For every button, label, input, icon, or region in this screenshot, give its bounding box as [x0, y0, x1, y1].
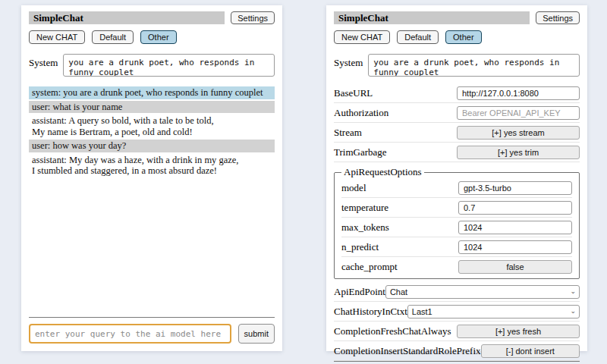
max-tokens-label: max_tokens [341, 221, 458, 234]
settings-panel: SimpleChat Settings New CHAT Default Oth… [326, 5, 587, 351]
header: SimpleChat Settings [29, 11, 275, 24]
stream-toggle-button[interactable]: [+] yes stream [457, 126, 580, 140]
chat-history-in-ctxt-select[interactable]: Last1 [407, 305, 580, 318]
setting-row-temperature: temperature [341, 198, 572, 218]
completion-insert-standard-role-prefix-label: CompletionInsertStandardRolePrefix [334, 345, 481, 357]
system-label: System [29, 54, 58, 69]
app-title: SimpleChat [29, 11, 225, 24]
setting-row-completion-insert-standard-role-prefix: CompletionInsertStandardRolePrefix [-] d… [334, 341, 580, 361]
temperature-input[interactable] [458, 201, 572, 215]
system-prompt-row: System you are a drunk poet, who respond… [334, 54, 580, 77]
chat-message-user: user: what is your name [29, 101, 275, 114]
setting-row-n-predict: n_predict [341, 237, 572, 257]
authorization-label: Authorization [334, 107, 457, 119]
authorization-input[interactable] [457, 106, 580, 120]
system-label: System [334, 54, 363, 69]
setting-row-baseurl: BaseURL [334, 83, 580, 103]
cache-prompt-toggle-button[interactable]: false [458, 260, 572, 274]
setting-row-model: model [341, 178, 572, 198]
setting-row-authorization: Authorization [334, 103, 580, 123]
model-input[interactable] [458, 181, 572, 195]
stream-label: Stream [334, 127, 457, 139]
system-prompt-row: System you are a drunk poet, who respond… [29, 54, 275, 77]
completion-fresh-chat-always-label: CompletionFreshChatAlways [334, 325, 457, 337]
baseurl-label: BaseURL [334, 87, 457, 99]
settings-list: BaseURL Authorization Stream [+] yes str… [334, 83, 580, 361]
baseurl-input[interactable] [457, 86, 580, 100]
session-button-other[interactable]: Other [445, 30, 482, 44]
session-toolbar: New CHAT Default Other [29, 30, 275, 44]
chat-history-in-ctxt-label: ChatHistoryInCtxt [334, 306, 407, 318]
completion-fresh-chat-always-toggle-button[interactable]: [+] yes fresh [457, 325, 580, 338]
query-divider [334, 361, 580, 362]
trimgarbage-toggle-button[interactable]: [+] yes trim [457, 146, 580, 159]
new-chat-button[interactable]: New CHAT [334, 30, 390, 44]
session-button-default[interactable]: Default [92, 30, 134, 44]
app-title: SimpleChat [334, 11, 530, 24]
settings-button[interactable]: Settings [536, 11, 580, 24]
setting-row-trimgarbage: TrimGarbage [+] yes trim [334, 143, 580, 162]
api-endpoint-select[interactable]: Chat [385, 285, 580, 299]
max-tokens-input[interactable] [458, 221, 572, 234]
chat-message-assistant: assistant: My day was a haze, with a dri… [29, 154, 275, 177]
temperature-label: temperature [341, 202, 458, 214]
model-label: model [341, 182, 458, 194]
n-predict-input[interactable] [458, 240, 572, 254]
session-button-other[interactable]: Other [140, 30, 177, 44]
trimgarbage-label: TrimGarbage [334, 146, 457, 158]
setting-row-completion-fresh-chat-always: CompletionFreshChatAlways [+] yes fresh [334, 322, 580, 341]
chat-panel: SimpleChat Settings New CHAT Default Oth… [21, 5, 282, 351]
settings-button[interactable]: Settings [231, 11, 275, 24]
api-request-options-group: ApiRequestOptions model temperature max_… [334, 166, 580, 279]
new-chat-button[interactable]: New CHAT [29, 30, 85, 44]
query-divider [29, 317, 275, 318]
submit-button[interactable]: submit [238, 324, 275, 344]
query-input[interactable] [29, 324, 231, 344]
setting-row-stream: Stream [+] yes stream [334, 123, 580, 143]
setting-row-cache-prompt: cache_prompt false [341, 257, 572, 276]
chat-empty-space [29, 179, 275, 318]
api-request-options-legend: ApiRequestOptions [341, 166, 424, 178]
n-predict-label: n_predict [341, 241, 458, 253]
setting-row-max-tokens: max_tokens [341, 218, 572, 237]
api-endpoint-label: ApiEndPoint [334, 286, 385, 298]
cache-prompt-label: cache_prompt [341, 261, 458, 273]
chat-message-assistant: assistant: A query so bold, with a tale … [29, 115, 275, 138]
query-bar: submit [29, 324, 275, 344]
system-prompt-input[interactable]: you are a drunk poet, who responds in fu… [368, 54, 580, 77]
session-toolbar: New CHAT Default Other [334, 30, 580, 44]
chat-message-user: user: how was your day? [29, 140, 275, 152]
system-prompt-input[interactable]: you are a drunk poet, who responds in fu… [63, 54, 275, 77]
completion-insert-standard-role-prefix-toggle-button[interactable]: [-] dont insert [481, 344, 580, 358]
header: SimpleChat Settings [334, 11, 580, 24]
setting-row-api-endpoint: ApiEndPoint Chat ⌄ [334, 282, 580, 302]
setting-row-chat-history-in-ctxt: ChatHistoryInCtxt Last1 ⌄ [334, 302, 580, 322]
chat-message-list: system: you are a drunk poet, who respon… [29, 86, 275, 179]
session-button-default[interactable]: Default [397, 30, 439, 44]
chat-message-system: system: you are a drunk poet, who respon… [29, 86, 275, 99]
